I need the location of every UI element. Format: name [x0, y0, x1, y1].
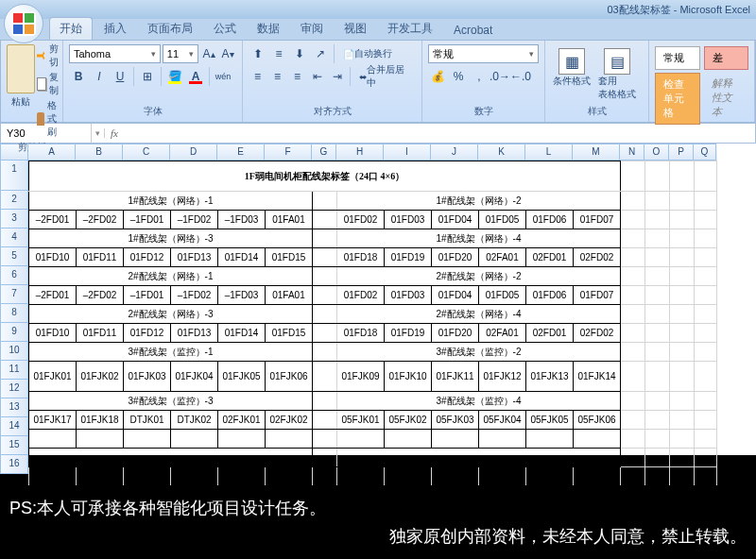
scissors-icon: [37, 49, 46, 62]
row-header[interactable]: 16: [0, 455, 28, 474]
row-header[interactable]: 7: [0, 285, 28, 304]
col-header[interactable]: A: [28, 144, 76, 161]
fx-icon[interactable]: fx: [105, 127, 124, 139]
row-header[interactable]: 2: [0, 191, 28, 210]
group-font: 字体: [69, 103, 236, 120]
row-header[interactable]: 11: [0, 361, 28, 380]
paste-icon[interactable]: [7, 44, 35, 93]
cellstyle-check[interactable]: 检查单元格: [655, 73, 700, 125]
font-size-combo[interactable]: 11▾: [163, 44, 198, 63]
bold-button[interactable]: B: [69, 67, 88, 86]
align-bottom-button[interactable]: ⬇: [290, 44, 309, 63]
row-header[interactable]: 9: [0, 323, 28, 342]
brush-icon: [37, 112, 44, 126]
row-header[interactable]: 15: [0, 436, 28, 455]
watermark: PS:本人可承接各种智能化项目设计任务。 独家原创内部资料，未经本人同意，禁止转…: [0, 485, 756, 559]
col-header[interactable]: C: [123, 144, 170, 161]
inc-decimal-button[interactable]: .0→: [490, 67, 509, 86]
col-header[interactable]: Q: [694, 144, 716, 161]
number-format-combo[interactable]: 常规▾: [428, 44, 539, 63]
tab-review[interactable]: 审阅: [291, 18, 333, 40]
percent-button[interactable]: %: [449, 67, 468, 86]
col-header[interactable]: G: [312, 144, 336, 161]
merge-button[interactable]: ⬌合并后居中: [354, 67, 416, 86]
row-header[interactable]: 6: [0, 266, 28, 285]
indent-inc-button[interactable]: ⇥: [328, 67, 346, 86]
ribbon: 粘贴 剪切 复制 格式刷 剪贴板 Tahoma▾ 11▾ A▴ A▾ B I U: [0, 40, 756, 123]
group-align: 对齐方式: [249, 103, 416, 120]
tab-dev[interactable]: 开发工具: [378, 18, 442, 40]
cond-format-button[interactable]: ▦条件格式: [551, 46, 593, 103]
row-header[interactable]: 4: [0, 229, 28, 247]
align-left-button[interactable]: ≡: [249, 67, 266, 86]
copy-button[interactable]: 复制: [37, 71, 62, 97]
group-style: 样式: [551, 103, 643, 120]
grow-font-button[interactable]: A▴: [200, 44, 217, 63]
orientation-button[interactable]: ↗: [311, 44, 330, 63]
row-header[interactable]: 1: [0, 161, 28, 191]
align-center-button[interactable]: ≡: [268, 67, 286, 86]
align-top-button[interactable]: ⬆: [249, 44, 267, 63]
phonetic-button[interactable]: wén: [214, 67, 232, 86]
cellstyle-normal[interactable]: 常规: [655, 46, 700, 70]
group-number: 数字: [428, 103, 539, 120]
formula-bar: Y30 ▾ fx: [0, 123, 756, 144]
cellstyle-bad[interactable]: 差: [704, 46, 748, 70]
col-header[interactable]: O: [644, 144, 669, 161]
col-header[interactable]: D: [170, 144, 217, 161]
font-name-combo[interactable]: Tahoma▾: [69, 44, 161, 63]
font-color-button[interactable]: A: [186, 67, 205, 86]
currency-button[interactable]: 💰: [428, 67, 447, 86]
tab-home[interactable]: 开始: [49, 17, 93, 40]
comma-button[interactable]: ,: [470, 67, 489, 86]
wrap-button[interactable]: 📄自动换行: [338, 44, 397, 63]
row-header[interactable]: 12: [0, 380, 28, 398]
col-header[interactable]: I: [384, 144, 431, 161]
tab-layout[interactable]: 页面布局: [138, 18, 202, 40]
name-dropdown[interactable]: ▾: [92, 128, 105, 138]
format-button[interactable]: 格式刷: [37, 99, 62, 139]
row-header[interactable]: 8: [0, 304, 28, 323]
row-header[interactable]: 10: [0, 342, 28, 361]
tab-data[interactable]: 数据: [248, 18, 289, 40]
table-format-button[interactable]: ▤套用 表格格式: [596, 46, 638, 103]
row-header[interactable]: 14: [0, 417, 28, 436]
row-header[interactable]: 5: [0, 247, 28, 266]
col-header[interactable]: B: [76, 144, 123, 161]
tab-formula[interactable]: 公式: [204, 18, 246, 40]
align-right-button[interactable]: ≡: [288, 67, 306, 86]
row-header[interactable]: 3: [0, 210, 28, 229]
col-header[interactable]: H: [336, 144, 384, 161]
copy-icon: [37, 77, 46, 91]
shrink-font-button[interactable]: A▾: [219, 44, 236, 63]
fill-color-button[interactable]: 🪣: [165, 67, 184, 86]
cond-format-icon: ▦: [558, 48, 585, 75]
border-button[interactable]: ⊞: [138, 67, 157, 86]
office-button[interactable]: [4, 4, 43, 43]
dec-decimal-button[interactable]: ←.0: [511, 67, 530, 86]
window-title: 03配线架标签 - Microsoft Excel: [607, 3, 750, 17]
ribbon-tabs: 开始 插入 页面布局 公式 数据 审阅 视图 开发工具 Acrobat: [0, 19, 756, 40]
indent-dec-button[interactable]: ⇤: [308, 67, 326, 86]
italic-button[interactable]: I: [90, 67, 109, 86]
col-header[interactable]: M: [573, 144, 620, 161]
tab-acrobat[interactable]: Acrobat: [444, 21, 502, 40]
col-header[interactable]: K: [478, 144, 525, 161]
col-header[interactable]: E: [217, 144, 265, 161]
tab-insert[interactable]: 插入: [94, 18, 136, 40]
col-header[interactable]: N: [620, 144, 644, 161]
worksheet-cells[interactable]: 1F弱电间机柜配线架标签（24口 4×6） 1#配线架（网络）-11#配线架（网…: [28, 161, 717, 486]
row-header[interactable]: 13: [0, 398, 28, 417]
cellstyle-explain[interactable]: 解释性文本: [704, 73, 748, 123]
sheet-title: 1F弱电间机柜配线架标签（24口 4×6）: [29, 161, 621, 192]
col-header[interactable]: F: [265, 144, 312, 161]
tab-view[interactable]: 视图: [335, 18, 376, 40]
align-middle-button[interactable]: ≡: [269, 44, 288, 63]
cut-button[interactable]: 剪切: [37, 42, 62, 69]
col-header[interactable]: J: [431, 144, 478, 161]
paste-label: 粘贴: [11, 95, 30, 109]
col-header[interactable]: L: [525, 144, 573, 161]
table-format-icon: ▤: [604, 48, 630, 75]
col-header[interactable]: P: [669, 144, 694, 161]
underline-button[interactable]: U: [111, 67, 129, 86]
